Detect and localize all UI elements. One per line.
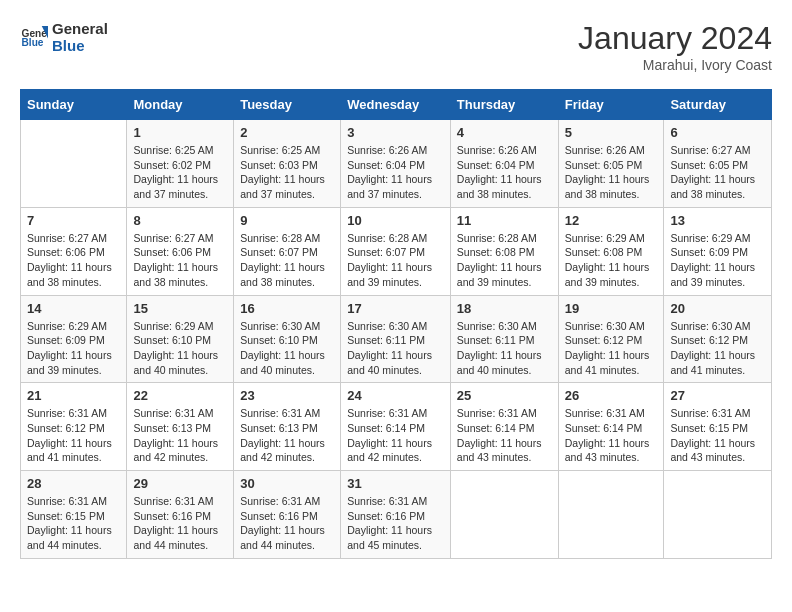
day-cell: 8Sunrise: 6:27 AM Sunset: 6:06 PM Daylig…	[127, 207, 234, 295]
day-cell: 9Sunrise: 6:28 AM Sunset: 6:07 PM Daylig…	[234, 207, 341, 295]
day-cell	[21, 120, 127, 208]
day-number: 11	[457, 213, 552, 228]
col-header-sunday: Sunday	[21, 90, 127, 120]
day-number: 24	[347, 388, 444, 403]
col-header-tuesday: Tuesday	[234, 90, 341, 120]
week-row-4: 21Sunrise: 6:31 AM Sunset: 6:12 PM Dayli…	[21, 383, 772, 471]
day-info: Sunrise: 6:29 AM Sunset: 6:09 PM Dayligh…	[27, 319, 120, 378]
day-info: Sunrise: 6:30 AM Sunset: 6:10 PM Dayligh…	[240, 319, 334, 378]
day-number: 9	[240, 213, 334, 228]
day-cell: 13Sunrise: 6:29 AM Sunset: 6:09 PM Dayli…	[664, 207, 772, 295]
day-info: Sunrise: 6:27 AM Sunset: 6:06 PM Dayligh…	[133, 231, 227, 290]
day-cell: 3Sunrise: 6:26 AM Sunset: 6:04 PM Daylig…	[341, 120, 451, 208]
day-info: Sunrise: 6:29 AM Sunset: 6:10 PM Dayligh…	[133, 319, 227, 378]
day-cell: 2Sunrise: 6:25 AM Sunset: 6:03 PM Daylig…	[234, 120, 341, 208]
day-cell: 4Sunrise: 6:26 AM Sunset: 6:04 PM Daylig…	[450, 120, 558, 208]
week-row-3: 14Sunrise: 6:29 AM Sunset: 6:09 PM Dayli…	[21, 295, 772, 383]
day-cell: 5Sunrise: 6:26 AM Sunset: 6:05 PM Daylig…	[558, 120, 664, 208]
day-cell: 23Sunrise: 6:31 AM Sunset: 6:13 PM Dayli…	[234, 383, 341, 471]
day-info: Sunrise: 6:25 AM Sunset: 6:02 PM Dayligh…	[133, 143, 227, 202]
day-info: Sunrise: 6:29 AM Sunset: 6:08 PM Dayligh…	[565, 231, 658, 290]
logo-line1: General	[52, 20, 108, 37]
logo: General Blue General Blue	[20, 20, 108, 55]
day-cell: 18Sunrise: 6:30 AM Sunset: 6:11 PM Dayli…	[450, 295, 558, 383]
col-header-monday: Monday	[127, 90, 234, 120]
day-number: 5	[565, 125, 658, 140]
day-number: 1	[133, 125, 227, 140]
day-cell: 26Sunrise: 6:31 AM Sunset: 6:14 PM Dayli…	[558, 383, 664, 471]
week-row-1: 1Sunrise: 6:25 AM Sunset: 6:02 PM Daylig…	[21, 120, 772, 208]
day-info: Sunrise: 6:30 AM Sunset: 6:11 PM Dayligh…	[457, 319, 552, 378]
day-info: Sunrise: 6:25 AM Sunset: 6:03 PM Dayligh…	[240, 143, 334, 202]
day-info: Sunrise: 6:28 AM Sunset: 6:08 PM Dayligh…	[457, 231, 552, 290]
day-number: 25	[457, 388, 552, 403]
day-info: Sunrise: 6:31 AM Sunset: 6:13 PM Dayligh…	[240, 406, 334, 465]
day-info: Sunrise: 6:27 AM Sunset: 6:05 PM Dayligh…	[670, 143, 765, 202]
day-number: 21	[27, 388, 120, 403]
location-subtitle: Marahui, Ivory Coast	[578, 57, 772, 73]
day-cell: 15Sunrise: 6:29 AM Sunset: 6:10 PM Dayli…	[127, 295, 234, 383]
svg-text:Blue: Blue	[22, 38, 44, 49]
day-cell: 16Sunrise: 6:30 AM Sunset: 6:10 PM Dayli…	[234, 295, 341, 383]
day-number: 27	[670, 388, 765, 403]
day-cell	[450, 471, 558, 559]
col-header-friday: Friday	[558, 90, 664, 120]
day-info: Sunrise: 6:31 AM Sunset: 6:15 PM Dayligh…	[670, 406, 765, 465]
col-header-wednesday: Wednesday	[341, 90, 451, 120]
day-number: 6	[670, 125, 765, 140]
day-number: 29	[133, 476, 227, 491]
day-info: Sunrise: 6:31 AM Sunset: 6:14 PM Dayligh…	[565, 406, 658, 465]
day-number: 14	[27, 301, 120, 316]
day-cell: 25Sunrise: 6:31 AM Sunset: 6:14 PM Dayli…	[450, 383, 558, 471]
day-cell	[558, 471, 664, 559]
day-info: Sunrise: 6:31 AM Sunset: 6:15 PM Dayligh…	[27, 494, 120, 553]
day-info: Sunrise: 6:31 AM Sunset: 6:14 PM Dayligh…	[347, 406, 444, 465]
day-number: 26	[565, 388, 658, 403]
day-info: Sunrise: 6:31 AM Sunset: 6:13 PM Dayligh…	[133, 406, 227, 465]
day-number: 12	[565, 213, 658, 228]
day-number: 8	[133, 213, 227, 228]
day-info: Sunrise: 6:26 AM Sunset: 6:04 PM Dayligh…	[347, 143, 444, 202]
week-row-5: 28Sunrise: 6:31 AM Sunset: 6:15 PM Dayli…	[21, 471, 772, 559]
day-cell: 6Sunrise: 6:27 AM Sunset: 6:05 PM Daylig…	[664, 120, 772, 208]
day-number: 10	[347, 213, 444, 228]
day-number: 16	[240, 301, 334, 316]
day-cell: 24Sunrise: 6:31 AM Sunset: 6:14 PM Dayli…	[341, 383, 451, 471]
day-info: Sunrise: 6:30 AM Sunset: 6:12 PM Dayligh…	[565, 319, 658, 378]
title-block: January 2024 Marahui, Ivory Coast	[578, 20, 772, 73]
day-info: Sunrise: 6:30 AM Sunset: 6:11 PM Dayligh…	[347, 319, 444, 378]
day-cell: 12Sunrise: 6:29 AM Sunset: 6:08 PM Dayli…	[558, 207, 664, 295]
day-cell: 27Sunrise: 6:31 AM Sunset: 6:15 PM Dayli…	[664, 383, 772, 471]
day-number: 17	[347, 301, 444, 316]
day-cell: 10Sunrise: 6:28 AM Sunset: 6:07 PM Dayli…	[341, 207, 451, 295]
day-cell: 31Sunrise: 6:31 AM Sunset: 6:16 PM Dayli…	[341, 471, 451, 559]
day-cell: 1Sunrise: 6:25 AM Sunset: 6:02 PM Daylig…	[127, 120, 234, 208]
day-info: Sunrise: 6:26 AM Sunset: 6:05 PM Dayligh…	[565, 143, 658, 202]
calendar-header-row: SundayMondayTuesdayWednesdayThursdayFrid…	[21, 90, 772, 120]
col-header-saturday: Saturday	[664, 90, 772, 120]
day-number: 3	[347, 125, 444, 140]
day-info: Sunrise: 6:28 AM Sunset: 6:07 PM Dayligh…	[240, 231, 334, 290]
day-info: Sunrise: 6:29 AM Sunset: 6:09 PM Dayligh…	[670, 231, 765, 290]
day-number: 18	[457, 301, 552, 316]
day-cell: 11Sunrise: 6:28 AM Sunset: 6:08 PM Dayli…	[450, 207, 558, 295]
day-info: Sunrise: 6:26 AM Sunset: 6:04 PM Dayligh…	[457, 143, 552, 202]
day-info: Sunrise: 6:31 AM Sunset: 6:14 PM Dayligh…	[457, 406, 552, 465]
day-number: 13	[670, 213, 765, 228]
week-row-2: 7Sunrise: 6:27 AM Sunset: 6:06 PM Daylig…	[21, 207, 772, 295]
day-cell: 7Sunrise: 6:27 AM Sunset: 6:06 PM Daylig…	[21, 207, 127, 295]
day-cell: 28Sunrise: 6:31 AM Sunset: 6:15 PM Dayli…	[21, 471, 127, 559]
day-number: 31	[347, 476, 444, 491]
day-cell: 21Sunrise: 6:31 AM Sunset: 6:12 PM Dayli…	[21, 383, 127, 471]
day-cell: 30Sunrise: 6:31 AM Sunset: 6:16 PM Dayli…	[234, 471, 341, 559]
day-info: Sunrise: 6:27 AM Sunset: 6:06 PM Dayligh…	[27, 231, 120, 290]
day-info: Sunrise: 6:31 AM Sunset: 6:12 PM Dayligh…	[27, 406, 120, 465]
day-cell: 20Sunrise: 6:30 AM Sunset: 6:12 PM Dayli…	[664, 295, 772, 383]
day-info: Sunrise: 6:30 AM Sunset: 6:12 PM Dayligh…	[670, 319, 765, 378]
day-info: Sunrise: 6:28 AM Sunset: 6:07 PM Dayligh…	[347, 231, 444, 290]
day-number: 19	[565, 301, 658, 316]
day-number: 4	[457, 125, 552, 140]
day-cell: 22Sunrise: 6:31 AM Sunset: 6:13 PM Dayli…	[127, 383, 234, 471]
day-cell: 14Sunrise: 6:29 AM Sunset: 6:09 PM Dayli…	[21, 295, 127, 383]
day-info: Sunrise: 6:31 AM Sunset: 6:16 PM Dayligh…	[133, 494, 227, 553]
